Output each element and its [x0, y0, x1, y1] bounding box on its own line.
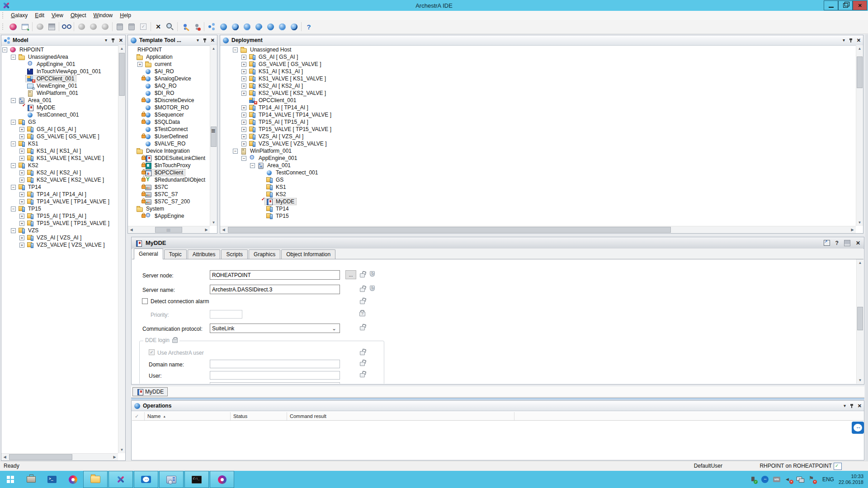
tree-item[interactable]: +KS1_VALVE [ KS1_VALVE ] [233, 75, 855, 82]
mydde-document-tab[interactable]: MyDDE [132, 387, 168, 396]
tree-item[interactable]: −Area_001 [233, 162, 855, 169]
tree-item[interactable]: −UnassignedArea [2, 53, 118, 61]
tree-item[interactable]: $SQLData [129, 118, 209, 126]
deploy-icon[interactable] [76, 21, 87, 32]
template-vscrollbar[interactable]: ▲ ▼ ≡ [210, 45, 217, 226]
expand-toggle-icon[interactable]: + [19, 199, 24, 204]
tree-item[interactable]: Application [129, 53, 209, 61]
communication-protocol-select[interactable]: SuiteLink [210, 324, 340, 333]
scroll-right-icon[interactable]: ▶ [203, 226, 210, 233]
template-pin-icon[interactable] [203, 38, 207, 43]
tree-item[interactable]: KS1 [233, 183, 855, 191]
tree-item[interactable]: +TP15_VALVE [ TP15_VALVE ] [2, 220, 118, 227]
start-button[interactable] [0, 471, 21, 488]
save-icon[interactable] [46, 21, 57, 32]
expand-toggle-icon[interactable]: − [233, 149, 238, 154]
tree-item[interactable]: GS [233, 176, 855, 183]
change-user-icon[interactable] [191, 21, 202, 32]
tree-item[interactable]: $DI_RO [129, 89, 209, 97]
operations-column-name[interactable]: Name▲ [145, 412, 231, 420]
menu-item-object[interactable]: Object [67, 11, 90, 19]
deployment-close-icon[interactable]: ✕ [857, 38, 861, 43]
editor-help-icon[interactable]: ? [835, 240, 839, 246]
tab-scripts[interactable]: Scripts [221, 249, 248, 259]
tree-item[interactable]: +VZS_AI [ VZS_AI ] [233, 133, 855, 140]
expand-toggle-icon[interactable]: + [19, 192, 24, 197]
tree-item[interactable]: +TP14_VALVE [ TP14_VALVE ] [2, 198, 118, 205]
tree-item[interactable]: TestConnect_001 [2, 111, 118, 118]
tree-item[interactable]: WinPlatform_001 [2, 89, 118, 97]
template-menu-arrow-icon[interactable]: ▾ [197, 38, 199, 42]
tab-attributes[interactable]: Attributes [188, 249, 221, 259]
import-automation-objects-icon[interactable] [19, 21, 30, 32]
deployment-vscrollbar[interactable]: ▲ ▼ [856, 45, 863, 226]
tree-item[interactable]: $UserDefined [129, 133, 209, 140]
server-name-input[interactable] [210, 285, 340, 294]
expand-toggle-icon[interactable]: + [19, 178, 24, 183]
language-indicator[interactable]: ENG [822, 476, 834, 483]
expand-toggle-icon[interactable]: + [19, 127, 24, 132]
tree-item[interactable]: +KS2_VALVE [ KS2_VALVE ] [2, 176, 118, 183]
configure-security-icon[interactable] [179, 21, 190, 32]
tree-item[interactable]: −AppEngine_001 [233, 155, 855, 162]
expand-toggle-icon[interactable]: − [11, 163, 16, 168]
graphic-toolbox-icon[interactable] [253, 21, 264, 32]
lock-open-icon[interactable] [359, 349, 365, 355]
tree-item[interactable]: RHPOINT [129, 46, 209, 53]
lock-open-icon[interactable] [359, 371, 365, 377]
help-icon[interactable]: ? [303, 21, 314, 32]
tab-graphics[interactable]: Graphics [249, 249, 280, 259]
scroll-left-icon[interactable]: ◀ [220, 226, 227, 233]
expand-toggle-icon[interactable]: + [19, 156, 24, 161]
historian-swirl-button[interactable] [62, 471, 83, 488]
scroll-left-icon[interactable]: ◀ [128, 226, 135, 233]
tree-item[interactable]: +KS1_VALVE [ KS1_VALVE ] [2, 155, 118, 162]
lock-open-icon[interactable] [359, 298, 365, 304]
tree-item[interactable]: −TP14 [2, 183, 118, 191]
scroll-thumb[interactable]: ≡ [211, 127, 217, 147]
action-center-tray-icon[interactable] [808, 476, 816, 483]
tree-item[interactable]: InTouchViewApp_001_001 [2, 68, 118, 75]
file-explorer-button[interactable] [83, 471, 108, 488]
operations-close-icon[interactable]: ✕ [858, 403, 862, 409]
tree-item[interactable]: $DiscreteDevice [129, 97, 209, 104]
tree-item[interactable]: ViewEngine_001 [2, 82, 118, 89]
smc-console-button[interactable] [159, 471, 184, 488]
expand-toggle-icon[interactable]: + [241, 120, 246, 125]
teamviewer-tray-icon[interactable] [761, 476, 769, 483]
scroll-thumb[interactable] [228, 227, 671, 233]
expand-toggle-icon[interactable]: + [241, 62, 246, 67]
server-manager-button[interactable] [21, 471, 42, 488]
tree-item[interactable]: +KS2_VALVE [ KS2_VALVE ] [233, 89, 855, 97]
tree-item[interactable]: +TP15_AI [ TP15_AI ] [2, 212, 118, 220]
scroll-up-icon[interactable]: ▲ [857, 259, 863, 266]
expand-toggle-icon[interactable]: − [11, 206, 16, 211]
tree-item[interactable]: +VZS_AI [ VZS_AI ] [2, 234, 118, 241]
tree-item[interactable]: $AQ_RO [129, 82, 209, 89]
template-toolbox-icon[interactable] [241, 21, 252, 32]
expand-toggle-icon[interactable]: − [11, 141, 16, 146]
find-in-galaxy-icon[interactable] [165, 21, 175, 32]
validate-icon[interactable] [138, 21, 149, 32]
model-pin-icon[interactable] [111, 38, 115, 43]
tree-item[interactable]: −RHPOINT [2, 46, 118, 53]
operations-view-icon[interactable] [265, 21, 276, 32]
tree-item[interactable]: ✓MyDDE [2, 104, 118, 111]
deployment-hscrollbar[interactable]: ◀ ▶ [220, 226, 856, 233]
scroll-thumb[interactable] [857, 56, 863, 88]
undeploy-icon[interactable] [88, 21, 99, 32]
expand-toggle-icon[interactable]: + [241, 91, 246, 96]
teamviewer-popup-icon[interactable] [852, 422, 864, 434]
expand-toggle-icon[interactable]: + [19, 149, 24, 154]
editor-save-icon[interactable] [844, 240, 850, 246]
expand-toggle-icon[interactable]: + [19, 170, 24, 175]
scroll-left-icon[interactable]: ◀ [1, 454, 8, 460]
tree-item[interactable]: −Unassigned Host [233, 46, 855, 53]
scroll-right-icon[interactable]: ▶ [849, 226, 856, 233]
server-node-input[interactable] [210, 270, 340, 280]
tree-item[interactable]: −TP15 [2, 205, 118, 212]
tree-item[interactable]: +current [129, 61, 209, 68]
menu-item-view[interactable]: View [48, 11, 67, 19]
tree-item[interactable]: +KS1_AI [ KS1_AI ] [233, 68, 855, 75]
tree-item[interactable]: +TP15_VALVE [ TP15_VALVE ] [233, 126, 855, 133]
